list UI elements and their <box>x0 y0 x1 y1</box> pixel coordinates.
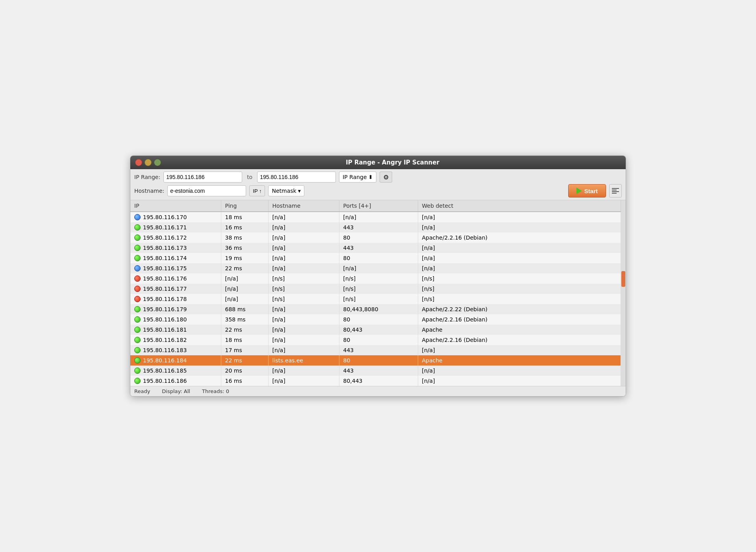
main-window: IP Range - Angry IP Scanner IP Range: to… <box>130 155 626 397</box>
display-text: Display: All <box>162 388 190 394</box>
cell-ping: 688 ms <box>221 304 268 314</box>
col-line-1 <box>612 188 619 189</box>
ip-value: 195.80.116.183 <box>143 347 187 353</box>
minimize-button[interactable] <box>145 159 152 166</box>
status-indicator <box>134 234 141 241</box>
maximize-button[interactable] <box>154 159 161 166</box>
table-row[interactable]: 195.80.116.174 19 ms [n/a] 80 [n/a] <box>130 253 621 263</box>
status-indicator <box>134 214 141 220</box>
table-row[interactable]: 195.80.116.180 358 ms [n/a] 80 Apache/2.… <box>130 314 621 325</box>
toolbar-row-2: Hostname: IP ↑ Netmask ▾ Start <box>134 184 622 198</box>
table-row[interactable]: 195.80.116.172 38 ms [n/a] 80 Apache/2.2… <box>130 233 621 243</box>
ip-value: 195.80.116.182 <box>143 337 187 343</box>
ip-range-label: IP Range: <box>134 174 160 180</box>
cell-ports: [n/s] <box>339 284 418 294</box>
cell-web: [n/s] <box>418 273 621 284</box>
cell-ip: 195.80.116.170 <box>130 212 221 222</box>
table-row[interactable]: 195.80.116.170 18 ms [n/a] [n/a] [n/a] <box>130 212 621 222</box>
ip-to-input[interactable] <box>257 172 336 183</box>
play-icon <box>576 188 582 194</box>
status-indicator <box>134 337 141 343</box>
table-row[interactable]: 195.80.116.177 [n/a] [n/s] [n/s] [n/s] <box>130 284 621 294</box>
cell-ping: 18 ms <box>221 335 268 345</box>
range-type-dropdown[interactable]: IP Range ⬍ <box>339 172 376 183</box>
status-indicator <box>134 275 141 282</box>
ip-value: 195.80.116.180 <box>143 316 187 323</box>
cell-ping: 358 ms <box>221 314 268 325</box>
start-button[interactable]: Start <box>568 184 606 198</box>
cell-ping: 20 ms <box>221 366 268 376</box>
cell-hostname: [n/a] <box>268 314 339 325</box>
col-webdetect: Web detect <box>418 200 621 212</box>
col-ping: Ping <box>221 200 268 212</box>
col-line-2 <box>612 190 617 190</box>
cell-ip: 195.80.116.184 <box>130 355 221 366</box>
cell-ip: 195.80.116.176 <box>130 273 221 284</box>
cell-ip: 195.80.116.171 <box>130 222 221 233</box>
header-row: IP Ping Hostname Ports [4+] Web detect <box>130 200 621 212</box>
cell-ip: 195.80.116.174 <box>130 253 221 263</box>
cell-hostname: [n/a] <box>268 376 339 386</box>
col-hostname: Hostname <box>268 200 339 212</box>
settings-button[interactable]: ⚙ <box>380 172 392 183</box>
cell-ports: 80 <box>339 314 418 325</box>
table-row[interactable]: 195.80.116.171 16 ms [n/a] 443 [n/a] <box>130 222 621 233</box>
table-row[interactable]: 195.80.116.173 36 ms [n/a] 443 [n/a] <box>130 243 621 253</box>
statusbar: Ready Display: All Threads: 0 <box>130 386 626 396</box>
cell-web: Apache/2.2.22 (Debian) <box>418 304 621 314</box>
table-row[interactable]: 195.80.116.182 18 ms [n/a] 80 Apache/2.2… <box>130 335 621 345</box>
status-indicator <box>134 347 141 353</box>
table-row[interactable]: 195.80.116.175 22 ms [n/a] [n/a] [n/a] <box>130 263 621 273</box>
table-row[interactable]: 195.80.116.183 17 ms [n/a] 443 [n/a] <box>130 345 621 355</box>
ip-value: 195.80.116.172 <box>143 234 187 241</box>
table-row[interactable]: 195.80.116.184 22 ms lists.eas.ee 80 Apa… <box>130 355 621 366</box>
table-row[interactable]: 195.80.116.179 688 ms [n/a] 80,443,8080 … <box>130 304 621 314</box>
netmask-label: Netmask <box>272 188 296 194</box>
ip-from-input[interactable] <box>163 172 242 183</box>
cell-web: Apache <box>418 355 621 366</box>
hostname-input[interactable] <box>167 185 246 196</box>
cell-ports: 80 <box>339 233 418 243</box>
table-row[interactable]: 195.80.116.186 16 ms [n/a] 80,443 [n/a] <box>130 376 621 386</box>
cell-hostname: [n/a] <box>268 212 339 222</box>
cell-ip: 195.80.116.186 <box>130 376 221 386</box>
table-header: IP Ping Hostname Ports [4+] Web detect <box>130 200 621 212</box>
cell-hostname: [n/s] <box>268 273 339 284</box>
window-title: IP Range - Angry IP Scanner <box>164 159 621 166</box>
cell-ports: [n/a] <box>339 263 418 273</box>
table-row[interactable]: 195.80.116.178 [n/a] [n/s] [n/s] [n/s] <box>130 294 621 304</box>
results-table-wrapper: IP Ping Hostname Ports [4+] Web detect 1… <box>130 200 626 386</box>
scrollbar-thumb[interactable] <box>621 271 625 287</box>
cell-web: Apache/2.2.16 (Debian) <box>418 314 621 325</box>
cell-ports: 443 <box>339 243 418 253</box>
cell-ports: 80,443 <box>339 325 418 335</box>
close-button[interactable] <box>135 159 142 166</box>
ip-sort-button[interactable]: IP ↑ <box>249 185 265 196</box>
cell-ping: 19 ms <box>221 253 268 263</box>
cell-ping: 22 ms <box>221 355 268 366</box>
table-row[interactable]: 195.80.116.181 22 ms [n/a] 80,443 Apache <box>130 325 621 335</box>
titlebar-buttons <box>135 159 161 166</box>
cell-hostname: [n/a] <box>268 263 339 273</box>
cell-hostname: [n/a] <box>268 243 339 253</box>
status-indicator <box>134 265 141 271</box>
netmask-dropdown[interactable]: Netmask ▾ <box>268 185 304 196</box>
threads-text: Threads: 0 <box>202 388 229 394</box>
table-row[interactable]: 195.80.116.185 20 ms [n/a] 443 [n/a] <box>130 366 621 376</box>
cell-web: [n/s] <box>418 294 621 304</box>
cell-ip: 195.80.116.181 <box>130 325 221 335</box>
cell-hostname: [n/s] <box>268 294 339 304</box>
status-indicator <box>134 327 141 333</box>
table-row[interactable]: 195.80.116.176 [n/a] [n/s] [n/s] [n/s] <box>130 273 621 284</box>
columns-icon <box>612 188 619 194</box>
cell-ping: 16 ms <box>221 222 268 233</box>
cell-ping: [n/a] <box>221 294 268 304</box>
cell-web: [n/a] <box>418 222 621 233</box>
ip-value: 195.80.116.184 <box>143 357 187 364</box>
cell-ping: [n/a] <box>221 273 268 284</box>
scrollbar[interactable] <box>621 200 626 386</box>
columns-button[interactable] <box>609 184 622 198</box>
cell-ping: 22 ms <box>221 325 268 335</box>
cell-ip: 195.80.116.177 <box>130 284 221 294</box>
cell-ping: 16 ms <box>221 376 268 386</box>
